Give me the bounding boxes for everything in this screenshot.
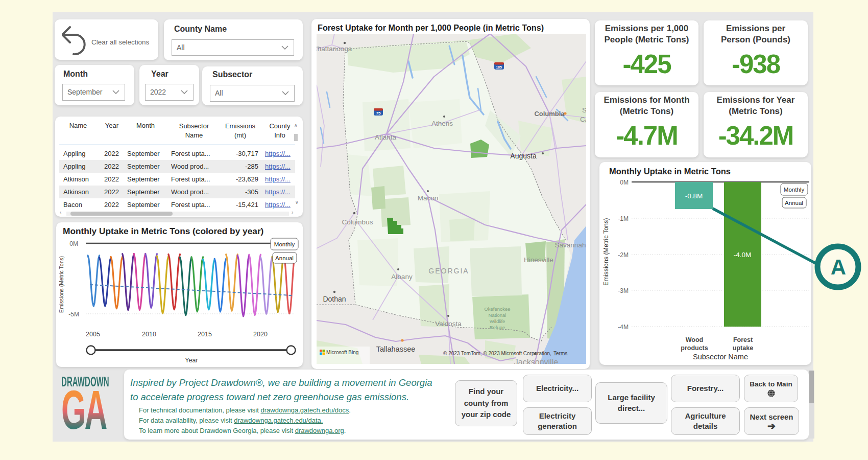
svg-text:Refuge: Refuge [490, 325, 505, 330]
svg-text:GEORGIA: GEORGIA [428, 267, 469, 275]
svg-text:Columbia: Columbia [534, 110, 565, 118]
svg-text:Columbus: Columbus [342, 218, 373, 226]
svg-text:185: 185 [496, 65, 502, 69]
svg-text:-1M: -1M [618, 215, 629, 222]
svg-text:Emissions (Metric Tons): Emissions (Metric Tons) [58, 256, 64, 313]
svg-text:Dothan: Dothan [323, 295, 346, 303]
svg-text:Chattanooga: Chattanooga [317, 45, 352, 53]
svg-text:Albany: Albany [391, 273, 413, 281]
svg-text:-3M: -3M [618, 287, 629, 294]
svg-text:Wildlife: Wildlife [490, 318, 505, 324]
svg-text:Augusta: Augusta [510, 152, 537, 160]
svg-text:Microsoft Bing: Microsoft Bing [326, 350, 358, 355]
svg-text:Tallahassee: Tallahassee [376, 345, 416, 353]
svg-text:Monthly: Monthly [274, 241, 295, 247]
svg-text:© 2023 TomTom, © 2023 Microsof: © 2023 TomTom, © 2023 Microsoft Corporat… [443, 351, 551, 356]
svg-text:Annual: Annual [275, 255, 294, 261]
svg-text:2005: 2005 [86, 331, 100, 338]
svg-text:Forest: Forest [733, 336, 753, 343]
svg-text:Jacksonville: Jacksonville [514, 358, 558, 364]
svg-text:-4.0M: -4.0M [734, 251, 752, 259]
svg-text:-2M: -2M [618, 251, 629, 259]
svg-text:2010: 2010 [142, 331, 156, 338]
svg-text:0M: 0M [69, 240, 78, 247]
svg-text:75: 75 [376, 111, 381, 116]
svg-text:Emissions (Metric Tons): Emissions (Metric Tons) [602, 218, 610, 286]
svg-text:Annual: Annual [785, 200, 803, 206]
svg-text:Okefenokee: Okefenokee [484, 306, 510, 312]
svg-text:Monthly: Monthly [784, 187, 805, 193]
svg-text:Valdosta: Valdosta [435, 320, 462, 328]
svg-text:products: products [681, 344, 708, 352]
svg-text:Monthly Uptake in Metric Tons: Monthly Uptake in Metric Tons (colored b… [63, 226, 263, 236]
svg-text:Monthly Uptake in Metric Tons: Monthly Uptake in Metric Tons [609, 167, 731, 176]
svg-text:Hinesville: Hinesville [524, 256, 553, 264]
svg-text:S: S [582, 106, 586, 114]
svg-text:Wood: Wood [686, 336, 703, 343]
svg-text:CA: CA [580, 116, 586, 123]
svg-text:-5M: -5M [68, 311, 79, 318]
svg-text:Atlanta: Atlanta [375, 133, 397, 141]
svg-text:2015: 2015 [198, 331, 212, 338]
svg-text:A: A [831, 255, 846, 279]
svg-text:uptake: uptake [733, 344, 753, 352]
svg-text:Year: Year [185, 357, 198, 364]
svg-text:National: National [489, 312, 507, 318]
svg-text:-0.8M: -0.8M [685, 192, 703, 200]
svg-text:0M: 0M [620, 179, 629, 186]
svg-text:Athens: Athens [431, 120, 453, 127]
svg-text:Terms: Terms [553, 351, 567, 356]
svg-text:-4M: -4M [618, 324, 629, 331]
svg-text:Subsector Name: Subsector Name [693, 353, 748, 361]
svg-text:2020: 2020 [253, 331, 268, 338]
svg-text:Macon: Macon [418, 194, 439, 202]
svg-text:Savannah: Savannah [555, 241, 586, 249]
